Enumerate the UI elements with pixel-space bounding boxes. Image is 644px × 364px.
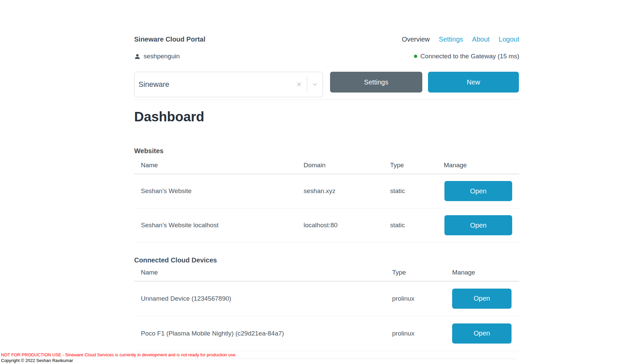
new-button[interactable]: New: [428, 72, 519, 93]
devices-col-type: Type: [385, 267, 445, 281]
website-type: static: [383, 208, 437, 242]
device-type: prolinux: [385, 281, 445, 316]
device-type: prolinux: [385, 316, 445, 351]
website-domain: localhost:80: [297, 208, 383, 242]
device-name: Unnamed Device (1234567890): [134, 281, 385, 316]
clear-icon[interactable]: ✕: [294, 81, 307, 88]
app-title: Sineware Cloud Portal: [134, 35, 205, 44]
nav-overview[interactable]: Overview: [402, 35, 430, 44]
websites-col-name: Name: [134, 158, 297, 174]
website-row: Seshan's Website localhost localhost:80 …: [134, 208, 519, 242]
open-device-button[interactable]: Open: [452, 323, 512, 344]
websites-header-row: Name Domain Type Manage: [134, 158, 519, 174]
status-dot: [414, 55, 417, 58]
header: Sineware Cloud Portal Overview Settings …: [134, 35, 519, 44]
organization-select-value: Sineware: [139, 80, 294, 89]
gateway-status: Connected to the Gateway (15 ms): [414, 53, 519, 60]
devices-table: Name Type Manage Unnamed Device (1234567…: [134, 267, 519, 351]
websites-col-manage: Manage: [437, 158, 519, 174]
websites-col-type: Type: [383, 158, 437, 174]
websites-table: Name Domain Type Manage Seshan's Website…: [134, 158, 519, 243]
person-icon: [134, 53, 141, 60]
open-device-button[interactable]: Open: [452, 289, 512, 309]
footer-divider: [135, 359, 517, 359]
settings-button[interactable]: Settings: [330, 72, 422, 93]
footer: NOT FOR PRODUCTION USE - Sineware Cloud …: [1, 352, 644, 363]
devices-heading: Connected Cloud Devices: [134, 256, 519, 264]
main-container: Sineware Cloud Portal Overview Settings …: [134, 0, 519, 351]
website-name: Seshan's Website: [134, 174, 297, 208]
status-text: Connected to the Gateway (15 ms): [420, 53, 519, 60]
website-domain: seshan.xyz: [297, 174, 383, 208]
production-warning: NOT FOR PRODUCTION USE - Sineware Cloud …: [1, 352, 644, 358]
sub-header: seshpenguin Connected to the Gateway (15…: [134, 52, 519, 61]
chevron-down-icon[interactable]: [307, 81, 323, 88]
controls-row: Sineware ✕ Settings New: [134, 72, 519, 97]
organization-select[interactable]: Sineware ✕: [134, 72, 323, 97]
website-row: Seshan's Website seshan.xyz static Open: [134, 174, 519, 208]
open-website-button[interactable]: Open: [444, 215, 512, 235]
nav-about[interactable]: About: [472, 35, 490, 44]
username: seshpenguin: [144, 53, 180, 60]
devices-header-row: Name Type Manage: [134, 267, 519, 281]
device-row: Unnamed Device (1234567890) prolinux Ope…: [134, 281, 519, 316]
open-website-button[interactable]: Open: [444, 181, 512, 201]
page-title: Dashboard: [134, 109, 519, 125]
device-name: Poco F1 (Plasma Mobile Nightly) (c29d21e…: [134, 316, 385, 351]
websites-col-domain: Domain: [297, 158, 383, 174]
websites-heading: Websites: [134, 147, 519, 155]
devices-col-manage: Manage: [445, 267, 519, 281]
device-row: Poco F1 (Plasma Mobile Nightly) (c29d21e…: [134, 316, 519, 351]
devices-col-name: Name: [134, 267, 385, 281]
controls-separator: [134, 100, 519, 100]
website-type: static: [383, 174, 437, 208]
top-nav: Overview Settings About Logout: [402, 35, 519, 44]
nav-settings[interactable]: Settings: [439, 35, 463, 44]
website-name: Seshan's Website localhost: [134, 208, 297, 242]
current-user: seshpenguin: [134, 53, 180, 60]
nav-logout[interactable]: Logout: [499, 35, 519, 44]
